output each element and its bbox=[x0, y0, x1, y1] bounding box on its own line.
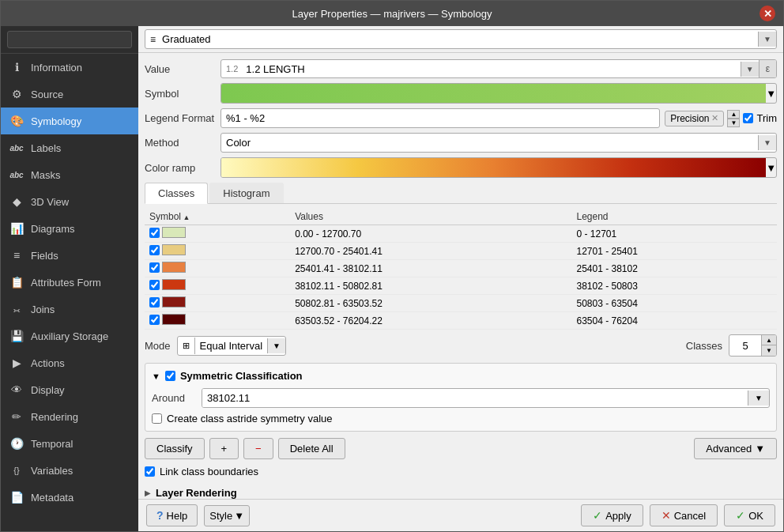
table-row[interactable]: 63503.52 - 76204.22 63504 - 76204 bbox=[145, 312, 777, 330]
value-combo[interactable]: 1.2 1.2 LENGTH ▼ ε bbox=[220, 59, 777, 78]
row-checkbox[interactable] bbox=[149, 228, 160, 238]
around-input[interactable] bbox=[202, 389, 748, 407]
value-row: Value 1.2 1.2 LENGTH ▼ ε bbox=[145, 59, 777, 78]
advanced-button[interactable]: Advanced ▼ bbox=[694, 438, 777, 459]
row-values-cell: 38102.11 - 50802.81 bbox=[290, 277, 571, 295]
mode-select-group[interactable]: ⊞ Equal Interval ▼ bbox=[177, 336, 286, 356]
row-checkbox[interactable] bbox=[149, 280, 160, 290]
col-legend[interactable]: Legend bbox=[571, 209, 777, 225]
table-row[interactable]: 50802.81 - 63503.52 50803 - 63504 bbox=[145, 295, 777, 312]
row-checkbox[interactable] bbox=[149, 245, 160, 255]
sidebar-item-metadata[interactable]: 📄 Metadata bbox=[1, 484, 138, 511]
trim-checkbox[interactable] bbox=[743, 113, 753, 123]
classify-button[interactable]: Classify bbox=[145, 438, 205, 459]
link-class-checkbox[interactable] bbox=[145, 466, 155, 477]
row-swatch bbox=[162, 244, 186, 255]
cancel-button[interactable]: ✕ Cancel bbox=[650, 504, 718, 526]
colorramp-bar bbox=[221, 158, 766, 177]
precision-clear-icon[interactable]: ✕ bbox=[711, 113, 718, 123]
sidebar-item-auxiliary-storage[interactable]: 💾 Auxiliary Storage bbox=[1, 323, 138, 349]
around-arrow[interactable]: ▼ bbox=[748, 391, 769, 406]
sidebar-item-temporal[interactable]: 🕐 Temporal bbox=[1, 430, 138, 457]
table-row[interactable]: 38102.11 - 50802.81 38102 - 50803 bbox=[145, 277, 777, 295]
sidebar-item-actions[interactable]: ▶ Actions bbox=[1, 349, 138, 376]
ok-button[interactable]: ✓ OK bbox=[724, 504, 775, 526]
renderer-selector-row: ≡ Graduated ▼ bbox=[138, 26, 783, 53]
symbol-bar bbox=[221, 84, 766, 103]
classes-spin-down[interactable]: ▼ bbox=[762, 345, 776, 356]
sidebar-item-diagrams[interactable]: 📊 Diagrams bbox=[1, 215, 138, 242]
row-symbol-cell bbox=[145, 260, 290, 277]
trim-checkbox-label[interactable]: Trim bbox=[743, 112, 777, 124]
layer-rendering-header[interactable]: ▶ Layer Rendering bbox=[145, 484, 777, 499]
sidebar-item-display[interactable]: 👁 Display bbox=[1, 376, 138, 403]
table-row[interactable]: 0.00 - 12700.70 0 - 12701 bbox=[145, 225, 777, 243]
row-values-cell: 50802.81 - 63503.52 bbox=[290, 295, 571, 312]
symbol-arrow-btn[interactable]: ▼ bbox=[766, 88, 776, 100]
sidebar-item-attributes-form[interactable]: 📋 Attributes Form bbox=[1, 269, 138, 296]
diagrams-icon: 📊 bbox=[9, 221, 24, 236]
delete-all-button[interactable]: Delete All bbox=[278, 438, 345, 459]
tab-histogram[interactable]: Histogram bbox=[209, 183, 283, 203]
row-legend-cell: 63504 - 76204 bbox=[571, 312, 777, 330]
symbol-combo[interactable]: ▼ bbox=[220, 83, 777, 104]
row-checkbox[interactable] bbox=[149, 315, 160, 325]
sidebar-item-variables[interactable]: {} Variables bbox=[1, 457, 138, 484]
classes-spin-up[interactable]: ▲ bbox=[762, 335, 776, 345]
sidebar-item-label: Display bbox=[31, 384, 65, 396]
value-arrow-btn[interactable]: ▼ bbox=[741, 62, 759, 77]
sidebar: ℹ Information ⚙ Source 🎨 Symbology abc L… bbox=[1, 26, 138, 531]
sidebar-item-symbology[interactable]: 🎨 Symbology bbox=[1, 108, 138, 134]
classes-input[interactable] bbox=[729, 338, 761, 354]
around-label: Around bbox=[152, 392, 195, 404]
layer-rendering-title: Layer Rendering bbox=[156, 487, 237, 499]
sidebar-item-source[interactable]: ⚙ Source bbox=[1, 81, 138, 108]
col-values[interactable]: Values bbox=[290, 209, 571, 225]
add-class-button[interactable]: + bbox=[209, 438, 239, 459]
renderer-combo[interactable]: ≡ Graduated ▼ bbox=[145, 29, 777, 49]
method-combo[interactable]: Color ▼ bbox=[220, 133, 777, 153]
precision-spin-down[interactable]: ▼ bbox=[727, 119, 740, 127]
row-checkbox[interactable] bbox=[149, 262, 160, 273]
colorramp-combo[interactable]: ▼ bbox=[220, 157, 777, 178]
value-label: Value bbox=[145, 63, 216, 75]
precision-button[interactable]: Precision ✕ bbox=[665, 111, 724, 126]
sidebar-item-rendering[interactable]: ✏ Rendering bbox=[1, 403, 138, 430]
row-checkbox[interactable] bbox=[149, 297, 160, 308]
value-eps-btn[interactable]: ε bbox=[759, 60, 776, 77]
mode-row: Mode ⊞ Equal Interval ▼ Classes ▲ ▼ bbox=[145, 334, 777, 357]
renderer-arrow[interactable]: ▼ bbox=[758, 32, 776, 47]
mode-arrow[interactable]: ▼ bbox=[267, 338, 285, 353]
metadata-icon: 📄 bbox=[9, 489, 24, 505]
style-button[interactable]: Style ▼ bbox=[204, 505, 250, 526]
help-icon: ? bbox=[156, 509, 164, 522]
remove-class-button[interactable]: − bbox=[243, 438, 273, 459]
apply-button[interactable]: ✓ Apply bbox=[581, 504, 643, 526]
legend-format-input[interactable] bbox=[220, 108, 660, 128]
method-arrow[interactable]: ▼ bbox=[758, 135, 776, 150]
sidebar-item-masks[interactable]: abc Masks bbox=[1, 161, 138, 188]
row-symbol-cell bbox=[145, 277, 290, 295]
sym-class-header[interactable]: ▼ Symmetric Classification bbox=[152, 370, 770, 382]
sidebar-item-labels[interactable]: abc Labels bbox=[1, 134, 138, 161]
sidebar-item-joins[interactable]: ⟗ Joins bbox=[1, 296, 138, 323]
create-class-checkbox[interactable] bbox=[152, 413, 162, 424]
window-title: Layer Properties — majrivers — Symbology bbox=[24, 8, 760, 20]
help-button[interactable]: ? Help bbox=[146, 504, 198, 526]
table-row[interactable]: 12700.70 - 25401.41 12701 - 25401 bbox=[145, 243, 777, 260]
renderer-label: Graduated bbox=[160, 30, 758, 48]
colorramp-arrow-btn[interactable]: ▼ bbox=[766, 162, 776, 174]
col-symbol[interactable]: Symbol bbox=[145, 209, 290, 225]
sidebar-item-3dview[interactable]: ◆ 3D View bbox=[1, 188, 138, 215]
tab-classes[interactable]: Classes bbox=[145, 183, 208, 204]
sidebar-search-input[interactable] bbox=[7, 31, 132, 48]
sym-class-checkbox[interactable] bbox=[165, 371, 175, 381]
close-button[interactable]: ✕ bbox=[760, 6, 775, 21]
sidebar-item-information[interactable]: ℹ Information bbox=[1, 54, 138, 81]
row-swatch bbox=[162, 279, 186, 290]
sidebar-item-fields[interactable]: ≡ Fields bbox=[1, 242, 138, 269]
precision-spin-up[interactable]: ▲ bbox=[727, 110, 740, 119]
table-row[interactable]: 25401.41 - 38102.11 25401 - 38102 bbox=[145, 260, 777, 277]
sidebar-item-label: Attributes Form bbox=[31, 277, 101, 289]
around-combo[interactable]: ▼ bbox=[202, 388, 770, 408]
